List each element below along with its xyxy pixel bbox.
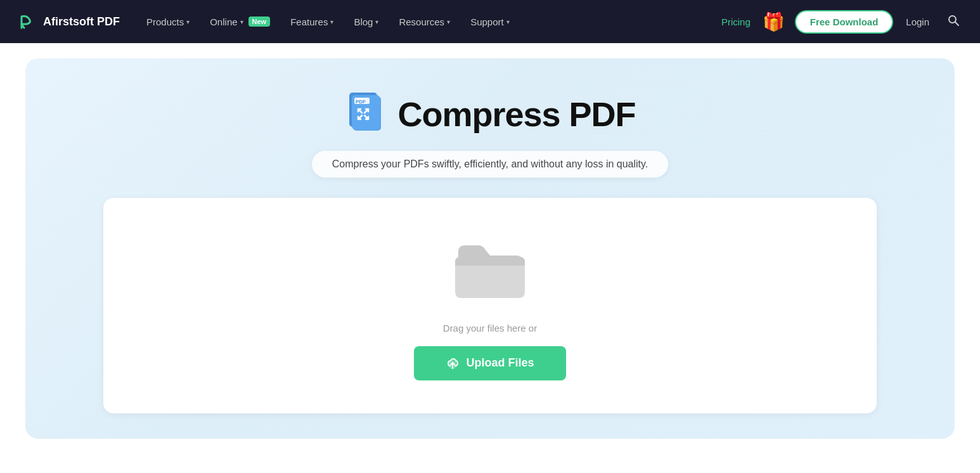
svg-rect-0 — [15, 10, 38, 33]
page-content: PDF Compress PDF — [0, 43, 980, 464]
nav-pricing[interactable]: Pricing — [719, 11, 753, 32]
hero-title: Compress PDF — [397, 94, 635, 134]
search-icon[interactable] — [942, 11, 965, 32]
nav-resources[interactable]: Resources ▾ — [390, 11, 459, 32]
chevron-down-icon: ▾ — [447, 18, 450, 25]
new-badge: New — [248, 16, 271, 27]
chevron-down-icon: ▾ — [330, 18, 333, 25]
svg-line-2 — [955, 22, 959, 25]
nav-online[interactable]: Online ▾ New — [201, 11, 279, 32]
hero-title-row: PDF Compress PDF — [344, 90, 635, 138]
drag-text: Drag your files here or — [443, 323, 537, 334]
free-download-button[interactable]: Free Download — [795, 10, 894, 34]
nav-features[interactable]: Features ▾ — [281, 11, 342, 32]
navbar: Afirstsoft PDF Products ▾ Online ▾ New F… — [0, 0, 980, 43]
chevron-down-icon: ▾ — [375, 18, 378, 25]
folder-icon — [446, 231, 534, 308]
logo-icon — [15, 10, 38, 33]
hero-subtitle: Compress your PDFs swiftly, efficiently,… — [312, 151, 669, 178]
login-button[interactable]: Login — [901, 11, 934, 32]
logo[interactable]: Afirstsoft PDF — [15, 10, 120, 33]
chevron-down-icon: ▾ — [240, 18, 243, 25]
nav-items: Products ▾ Online ▾ New Features ▾ Blog … — [138, 11, 719, 32]
chevron-down-icon: ▾ — [506, 18, 510, 25]
svg-text:PDF: PDF — [356, 99, 366, 105]
pdf-compress-icon: PDF — [344, 90, 387, 138]
nav-right: Pricing 🎁 Free Download Login — [719, 8, 965, 35]
hero-section: PDF Compress PDF — [25, 58, 955, 439]
nav-blog[interactable]: Blog ▾ — [345, 11, 387, 32]
chevron-down-icon: ▾ — [186, 18, 190, 25]
gift-icon[interactable]: 🎁 — [761, 8, 787, 35]
nav-support[interactable]: Support ▾ — [461, 11, 519, 32]
logo-text: Afirstsoft PDF — [43, 15, 120, 29]
upload-area: Drag your files here or Upload Files — [103, 198, 877, 413]
upload-icon — [446, 356, 460, 370]
upload-files-button[interactable]: Upload Files — [414, 346, 566, 380]
nav-products[interactable]: Products ▾ — [138, 11, 198, 32]
